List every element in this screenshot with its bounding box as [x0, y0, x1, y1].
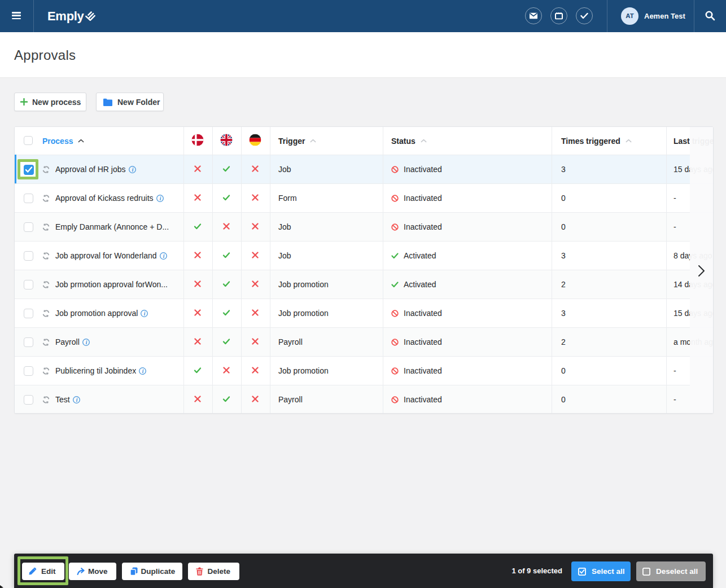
- svg-text:i: i: [163, 253, 164, 259]
- svg-text:i: i: [76, 397, 77, 403]
- svg-text:i: i: [85, 340, 87, 345]
- svg-text:i: i: [132, 167, 133, 173]
- svg-text:i: i: [142, 368, 144, 374]
- svg-text:i: i: [159, 196, 161, 201]
- svg-text:i: i: [144, 311, 146, 317]
